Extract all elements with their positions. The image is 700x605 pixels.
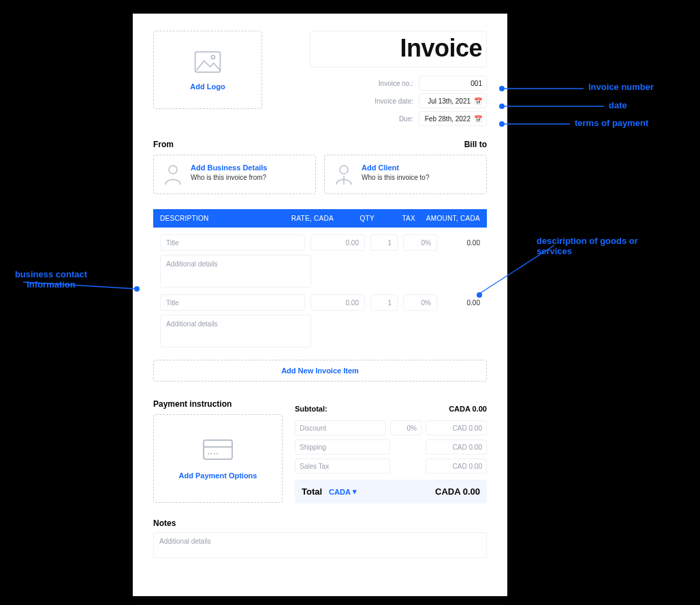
calendar-icon[interactable]: 📅 [474,115,482,123]
svg-rect-0 [195,52,221,72]
person-icon [163,164,182,185]
invoice-date-field[interactable]: Jul 13th, 2021📅 [419,93,487,108]
callout-dot [499,121,505,127]
line-item: Title 0.00 1 0% 0.00 Additional details [153,228,487,288]
notes-input[interactable]: Additional details [153,532,487,558]
invoice-no-label: Invoice no.: [379,80,413,87]
due-field[interactable]: Feb 28th, 2022📅 [419,111,487,126]
shipping-label-input[interactable]: Shipping [295,439,390,454]
document-title[interactable]: Invoice [310,31,487,67]
billto-box[interactable]: Add Client Who is this invoice to? [324,155,487,194]
from-sub: Who is this invoice from? [191,174,267,181]
calendar-icon[interactable]: 📅 [474,97,482,105]
item-rate-input[interactable]: 0.00 [311,294,365,311]
callout-dot [477,292,482,298]
item-details-input[interactable]: Additional details [160,255,311,288]
annotation-invoice-number: Invoice number [588,82,654,92]
discount-amount[interactable]: CAD 0.00 [426,420,487,435]
annotation-goods: desciription of goods or services [537,236,673,256]
items-table-header: DESCRIPTION RATE, CADA QTY TAX AMOUNT, C… [153,209,487,228]
item-title-input[interactable]: Title [160,294,305,311]
image-icon [193,50,222,77]
invoice-no-field[interactable]: 001 [419,76,487,91]
annotation-biz: business contact information [0,269,102,290]
invoice-page: Add Logo Invoice Invoice no.: 001 Invoic… [133,14,507,596]
callout-dot [134,286,140,292]
credit-card-icon [202,437,234,465]
discount-pct-input[interactable]: 0% [390,420,421,435]
due-label: Due: [399,115,413,123]
add-business-link[interactable]: Add Business Details [191,164,267,172]
shipping-amount[interactable]: CAD 0.00 [426,439,487,454]
total-label: Total [302,486,322,497]
currency-select[interactable]: CADA▾ [329,487,357,496]
item-qty-input[interactable]: 1 [370,294,398,311]
item-amount: 0.00 [443,299,480,307]
payment-heading: Payment instruction [153,399,283,409]
salestax-label-input[interactable]: Sales Tax [295,459,390,474]
svg-point-3 [340,166,348,174]
logo-dropzone[interactable]: Add Logo [153,31,262,109]
item-rate-input[interactable]: 0.00 [311,234,365,251]
add-logo-link[interactable]: Add Logo [190,82,225,91]
item-qty-input[interactable]: 1 [370,234,398,251]
item-tax-input[interactable]: 0% [403,294,437,311]
person-icon [334,164,353,185]
item-details-input[interactable]: Additional details [160,315,311,347]
item-amount: 0.00 [443,239,480,247]
svg-point-2 [169,166,177,174]
from-box[interactable]: Add Business Details Who is this invoice… [153,155,316,194]
subtotal-label: Subtotal: [295,405,426,413]
annotation-date: date [609,100,627,110]
item-title-input[interactable]: Title [160,234,305,251]
item-tax-input[interactable]: 0% [403,234,437,251]
billto-heading: Bill to [464,140,487,149]
payment-link[interactable]: Add Payment Options [179,471,257,480]
salestax-amount[interactable]: CAD 0.00 [426,459,487,474]
chevron-down-icon: ▾ [353,487,357,496]
add-client-link[interactable]: Add Client [362,164,430,172]
line-item: Title 0.00 1 0% 0.00 Additional details [153,288,487,347]
discount-label-input[interactable]: Discount [295,420,386,435]
notes-heading: Notes [153,518,487,528]
callout-dot [499,104,505,109]
from-heading: From [153,140,174,149]
total-value: CADA 0.00 [435,486,480,497]
billto-sub: Who is this invoice to? [362,174,430,181]
annotation-terms: terms of payment [575,118,648,128]
payment-box[interactable]: Add Payment Options [153,414,283,503]
invoice-date-label: Invoice date: [375,97,413,105]
add-item-button[interactable]: Add New Invoice Item [153,360,487,382]
callout-dot [499,86,505,91]
svg-point-1 [211,55,214,59]
svg-rect-5 [204,440,232,459]
totals: Subtotal: CADA 0.00 Discount 0% CAD 0.00… [295,399,487,503]
subtotal-value: CADA 0.00 [426,405,487,413]
